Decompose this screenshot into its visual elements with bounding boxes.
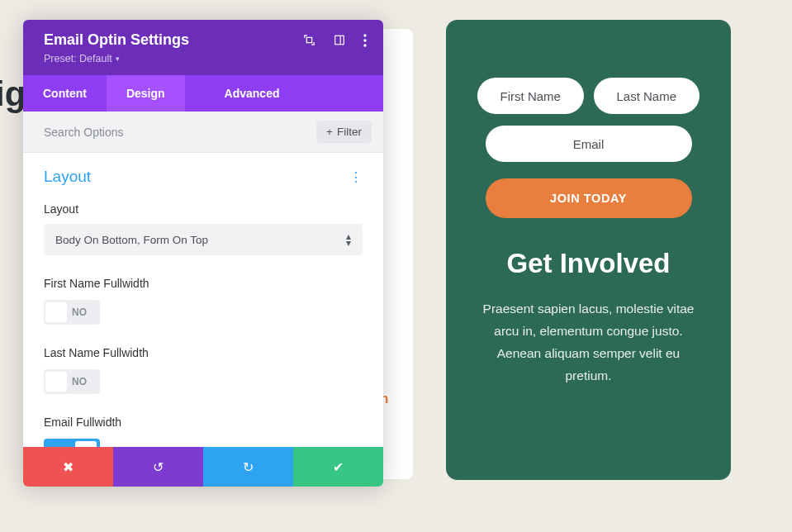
plus-icon: + <box>326 126 333 138</box>
toggle-label: NO <box>72 306 87 318</box>
preview-heading: Get Involved <box>477 248 700 279</box>
first-name-fullwidth-label: First Name Fullwidth <box>44 277 363 290</box>
toggle-knob <box>45 372 67 392</box>
select-chevron-icon: ▴▾ <box>346 233 351 246</box>
tab-design[interactable]: Design <box>107 75 185 112</box>
snap-icon[interactable] <box>334 34 345 46</box>
last-name-input[interactable]: Last Name <box>594 78 700 114</box>
tabs: Content Design Advanced <box>23 75 383 112</box>
panel-title: Email Optin Settings <box>44 31 189 49</box>
svg-rect-0 <box>306 37 311 42</box>
svg-point-4 <box>363 39 366 41</box>
last-name-fullwidth-label: Last Name Fullwidth <box>44 346 363 359</box>
preset-selector[interactable]: Preset: Default ▾ <box>44 53 120 64</box>
svg-rect-1 <box>335 36 344 45</box>
join-button[interactable]: JOIN TODAY <box>486 178 692 218</box>
expand-icon[interactable] <box>303 34 315 46</box>
more-icon[interactable] <box>363 34 367 47</box>
email-fullwidth-label: Email Fullwidth <box>44 416 363 429</box>
preview-card: First Name Last Name Email JOIN TODAY Ge… <box>446 20 731 480</box>
email-input[interactable]: Email <box>486 126 692 162</box>
save-button[interactable]: ✔ <box>293 447 383 487</box>
email-fullwidth-toggle[interactable]: YES <box>44 439 100 447</box>
undo-icon: ↺ <box>153 459 164 475</box>
tab-content[interactable]: Content <box>23 75 107 112</box>
tab-advanced[interactable]: Advanced <box>205 75 300 112</box>
svg-point-5 <box>363 44 366 46</box>
undo-button[interactable]: ↺ <box>113 447 203 487</box>
first-name-fullwidth-toggle[interactable]: NO <box>44 300 100 325</box>
search-row: Search Options + Filter <box>23 112 383 153</box>
settings-panel: Email Optin Settings <box>23 20 383 487</box>
svg-point-3 <box>363 34 366 36</box>
chevron-down-icon: ▾ <box>116 55 120 63</box>
layout-select[interactable]: Body On Bottom, Form On Top ▴▾ <box>44 224 363 255</box>
preset-label: Preset: Default <box>44 53 112 64</box>
close-icon: ✖ <box>63 459 74 475</box>
action-bar: ✖ ↺ ↻ ✔ <box>23 447 383 487</box>
search-input[interactable]: Search Options <box>44 126 124 139</box>
section-title[interactable]: Layout <box>44 168 91 186</box>
last-name-fullwidth-toggle[interactable]: NO <box>44 369 100 394</box>
first-name-input[interactable]: First Name <box>477 78 584 114</box>
section-menu-icon[interactable]: ⋮ <box>349 169 363 185</box>
panel-body: Layout ⋮ Layout Body On Bottom, Form On … <box>23 153 383 447</box>
toggle-label: NO <box>72 376 87 387</box>
check-icon: ✔ <box>333 459 344 475</box>
filter-button[interactable]: + Filter <box>316 121 372 143</box>
close-button[interactable]: ✖ <box>23 447 113 487</box>
layout-label: Layout <box>44 202 363 216</box>
toggle-label: YES <box>50 445 70 447</box>
redo-button[interactable]: ↻ <box>203 447 293 487</box>
redo-icon: ↻ <box>243 459 254 475</box>
toggle-knob <box>45 302 67 322</box>
preview-description: Praesent sapien lacus, molestie vitae ar… <box>477 297 700 387</box>
panel-header: Email Optin Settings <box>23 20 383 75</box>
layout-value: Body On Bottom, Form On Top <box>55 234 208 246</box>
filter-label: Filter <box>337 126 362 138</box>
toggle-knob <box>75 441 97 447</box>
background-text: ig <box>0 74 26 114</box>
